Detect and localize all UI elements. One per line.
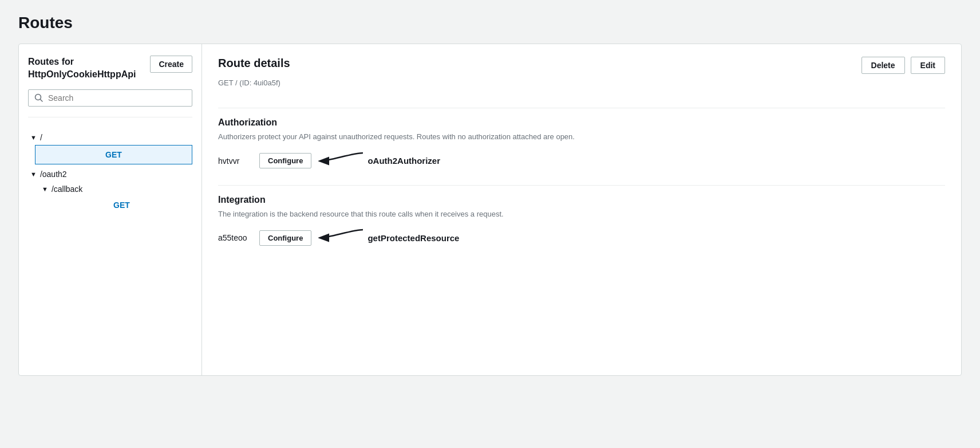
integration-description: The integration is the backend resource …	[218, 209, 945, 220]
get-route-selected[interactable]: GET	[35, 145, 192, 164]
auth-description: Authorizers protect your API against una…	[218, 131, 945, 143]
auth-divider	[218, 108, 945, 108]
auth-heading: Authorization	[218, 117, 945, 128]
integration-annotation-label: getProtectedResource	[368, 233, 459, 243]
oauth2-section: ▼ /oauth2 ▼ /callback GET	[28, 167, 192, 214]
search-input[interactable]	[48, 93, 186, 103]
search-icon	[34, 93, 44, 103]
oauth2-label: /oauth2	[40, 170, 67, 179]
svg-line-1	[41, 99, 43, 101]
oauth2-children: ▼ /callback GET	[39, 182, 192, 214]
callback-get-link[interactable]: GET	[51, 197, 192, 214]
oauth2-row[interactable]: ▼ /oauth2	[28, 167, 192, 182]
left-panel: Routes for HttpOnlyCookieHttppApi Create…	[19, 44, 202, 375]
right-header: Route details Delete Edit	[218, 57, 945, 74]
left-panel-header: Routes for HttpOnlyCookieHttppApi Create	[28, 56, 192, 81]
route-details-title: Route details	[218, 57, 290, 70]
auth-config-row: hvtvvr Configure oAuth2Authorizer	[218, 151, 945, 171]
search-box	[28, 89, 192, 107]
oauth2-arrow: ▼	[30, 171, 37, 178]
left-panel-title: Routes for HttpOnlyCookieHttppApi	[28, 56, 145, 81]
root-children: GET	[35, 145, 192, 164]
delete-button[interactable]: Delete	[862, 57, 905, 74]
callback-label: /callback	[52, 184, 82, 194]
integration-config-row: a55teoo Configure getProtectedResource	[218, 227, 945, 248]
route-tree: ▼ / GET ▼ /oauth2 ▼ /callback	[28, 130, 192, 215]
integration-value: a55teoo	[218, 233, 252, 242]
integration-annotation-wrapper: getProtectedResource	[318, 227, 459, 248]
root-label: /	[40, 133, 42, 142]
integration-configure-button[interactable]: Configure	[259, 230, 311, 246]
edit-button[interactable]: Edit	[911, 57, 945, 74]
root-row[interactable]: ▼ /	[28, 130, 192, 145]
create-button[interactable]: Create	[150, 56, 192, 73]
auth-configure-button[interactable]: Configure	[259, 153, 311, 168]
right-panel: Route details Delete Edit GET / (ID: 4ui…	[202, 44, 961, 375]
callback-children: GET	[51, 197, 192, 214]
root-arrow: ▼	[30, 134, 37, 141]
integration-arrow-icon	[318, 227, 364, 248]
header-buttons: Delete Edit	[862, 57, 945, 74]
auth-value: hvtvvr	[218, 156, 252, 166]
auth-annotation-wrapper: oAuth2Authorizer	[318, 151, 440, 171]
integration-heading: Integration	[218, 195, 945, 205]
callback-arrow: ▼	[42, 186, 48, 192]
int-divider	[218, 185, 945, 186]
callback-row[interactable]: ▼ /callback	[39, 182, 192, 197]
route-subtitle: GET / (ID: 4ui0a5f)	[218, 78, 945, 87]
auth-arrow-icon	[318, 151, 364, 171]
page-title: Routes	[18, 14, 962, 32]
root-section: ▼ / GET	[28, 130, 192, 166]
tree-divider	[28, 117, 192, 117]
main-layout: Routes for HttpOnlyCookieHttppApi Create…	[18, 44, 962, 376]
auth-annotation-label: oAuth2Authorizer	[368, 156, 440, 166]
